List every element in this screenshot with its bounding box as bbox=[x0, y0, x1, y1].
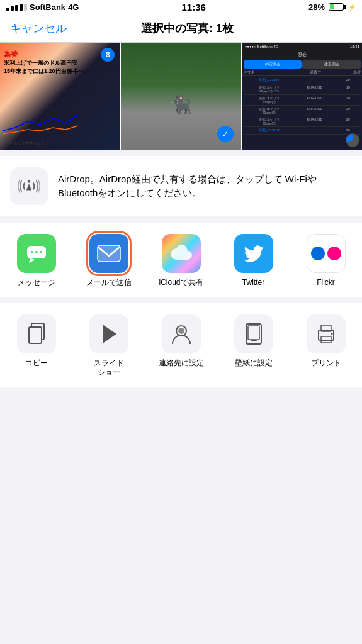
photo3-chart bbox=[346, 133, 359, 147]
cat-emoji: 🐈‍⬛ bbox=[170, 94, 192, 115]
time-label: 11:36 bbox=[182, 2, 206, 13]
svg-marker-0 bbox=[26, 184, 31, 190]
svg-point-6 bbox=[40, 251, 42, 253]
svg-point-4 bbox=[31, 251, 33, 253]
photo-thumb-1[interactable]: 8 為替 米利上げで一層のドル高円安15年末までには1.20円台後半へ 参考にも… bbox=[0, 43, 120, 150]
wallpaper-svg bbox=[245, 323, 263, 345]
photo3-title: 照会 bbox=[242, 50, 362, 59]
photo1-subtext: 参考にもなる参考になる bbox=[3, 141, 117, 146]
action-item-print[interactable]: プリント bbox=[298, 314, 354, 369]
twitter-icon bbox=[234, 234, 273, 273]
action-item-contact[interactable]: 連絡先に設定 bbox=[153, 314, 210, 369]
photo-thumb-3[interactable]: ●●●●○ SoftBank 4G13:41 照会 約定照会 建玉照会 注文名 … bbox=[242, 43, 362, 150]
photo3-tab2: 建玉照会 bbox=[302, 60, 361, 69]
status-left: SoftBank 4G bbox=[6, 3, 79, 12]
battery-percent: 28% bbox=[308, 3, 325, 12]
wallpaper-icon bbox=[234, 314, 273, 353]
share-item-icloud[interactable]: iCloudで共有 bbox=[153, 234, 210, 288]
slideshow-icon bbox=[89, 314, 128, 353]
photo-badge: 8 bbox=[101, 48, 115, 62]
contact-svg bbox=[170, 323, 193, 345]
share-item-twitter[interactable]: Twitter bbox=[225, 234, 282, 288]
wallpaper-label: 壁紙に設定 bbox=[235, 358, 273, 369]
copy-label: コピー bbox=[25, 358, 48, 369]
flickr-dot-pink bbox=[327, 247, 341, 260]
chart-svg bbox=[3, 106, 84, 137]
twitter-label: Twitter bbox=[242, 278, 264, 288]
airdrop-text: AirDrop。AirDrop経由で共有する場合は、タップして Wi-FiやBl… bbox=[58, 172, 352, 201]
svg-marker-11 bbox=[103, 325, 116, 343]
network-label: 4G bbox=[68, 3, 79, 12]
svg-point-20 bbox=[331, 333, 332, 335]
photo3-col-headers: 注文名 通貨ア 為替 bbox=[242, 70, 362, 76]
photo1-text: 為替 米利上げで一層のドル高円安15年末までには1.20円台後半へ bbox=[4, 50, 86, 75]
slideshow-label: スライドショー bbox=[94, 358, 124, 378]
photo-checkmark: ✓ bbox=[217, 126, 234, 142]
copy-svg bbox=[26, 323, 47, 345]
print-svg bbox=[315, 323, 337, 345]
action-row: コピー スライドショー 連絡先に設定 壁紙に設 bbox=[0, 303, 362, 387]
airdrop-icon bbox=[10, 167, 48, 205]
icloud-label: iCloudで共有 bbox=[159, 278, 203, 288]
lightning-icon: ⚡ bbox=[348, 4, 356, 11]
svg-rect-16 bbox=[251, 340, 257, 341]
messages-svg bbox=[25, 242, 48, 265]
twitter-svg bbox=[242, 242, 265, 265]
photo-strip: 8 為替 米利上げで一層のドル高円安15年末までには1.20円台後半へ 参考にも… bbox=[0, 43, 362, 150]
svg-rect-10 bbox=[29, 327, 42, 343]
contact-icon bbox=[162, 314, 201, 353]
mail-icon bbox=[89, 234, 128, 273]
contact-label: 連絡先に設定 bbox=[159, 358, 204, 369]
nav-bar: キャンセル 選択中の写真: 1枚 bbox=[0, 14, 362, 43]
mail-label: メールで送信 bbox=[86, 278, 132, 288]
svg-marker-3 bbox=[29, 258, 35, 263]
share-item-messages[interactable]: メッセージ bbox=[8, 234, 65, 288]
carrier-label: SoftBank bbox=[30, 3, 65, 12]
photo3-rows: 長期_12313720 逆指1本ゲリラ20pips(3) 123EUR/USD1… bbox=[242, 76, 362, 135]
battery-icon bbox=[329, 3, 344, 11]
action-item-wallpaper[interactable]: 壁紙に設定 bbox=[225, 314, 282, 369]
svg-rect-15 bbox=[248, 326, 259, 340]
svg-point-1 bbox=[28, 180, 30, 183]
signal-dots bbox=[6, 4, 27, 11]
cancel-button[interactable]: キャンセル bbox=[10, 21, 67, 36]
flickr-label: Flickr bbox=[317, 278, 335, 288]
action-item-copy[interactable]: コピー bbox=[8, 314, 65, 369]
airdrop-waves-svg bbox=[16, 174, 42, 199]
svg-point-5 bbox=[35, 251, 38, 253]
share-row: メッセージ メールで送信 iCloudで共有 Twitter bbox=[0, 223, 362, 297]
status-bar: SoftBank 4G 11:36 28% ⚡ bbox=[0, 0, 362, 14]
print-icon bbox=[307, 314, 346, 353]
photo3-header: ●●●●○ SoftBank 4G13:41 bbox=[242, 43, 362, 50]
svg-point-13 bbox=[178, 328, 184, 334]
photo3-tab1: 約定照会 bbox=[244, 60, 302, 69]
share-item-mail[interactable]: メールで送信 bbox=[81, 234, 137, 288]
flickr-dot-blue bbox=[311, 247, 325, 260]
flickr-dots bbox=[311, 247, 341, 260]
icloud-svg bbox=[170, 245, 193, 262]
battery-fill bbox=[330, 4, 334, 9]
airdrop-section[interactable]: AirDrop。AirDrop経由で共有する場合は、タップして Wi-FiやBl… bbox=[0, 156, 362, 216]
mail-svg bbox=[97, 245, 121, 262]
messages-icon bbox=[17, 234, 56, 273]
slideshow-svg bbox=[99, 323, 118, 345]
icloud-icon bbox=[162, 234, 201, 273]
copy-icon bbox=[17, 314, 56, 353]
print-label: プリント bbox=[311, 358, 341, 369]
nav-title: 選択中の写真: 1枚 bbox=[141, 21, 234, 36]
photo3-tabs: 約定照会 建玉照会 bbox=[244, 60, 361, 69]
flickr-icon bbox=[307, 234, 346, 273]
share-item-flickr[interactable]: Flickr bbox=[298, 234, 354, 288]
messages-label: メッセージ bbox=[18, 278, 55, 288]
status-right: 28% ⚡ bbox=[308, 3, 356, 12]
action-item-slideshow[interactable]: スライドショー bbox=[81, 314, 137, 378]
svg-rect-7 bbox=[98, 245, 120, 262]
photo-thumb-2[interactable]: 🐈‍⬛ ✓ bbox=[121, 43, 240, 150]
